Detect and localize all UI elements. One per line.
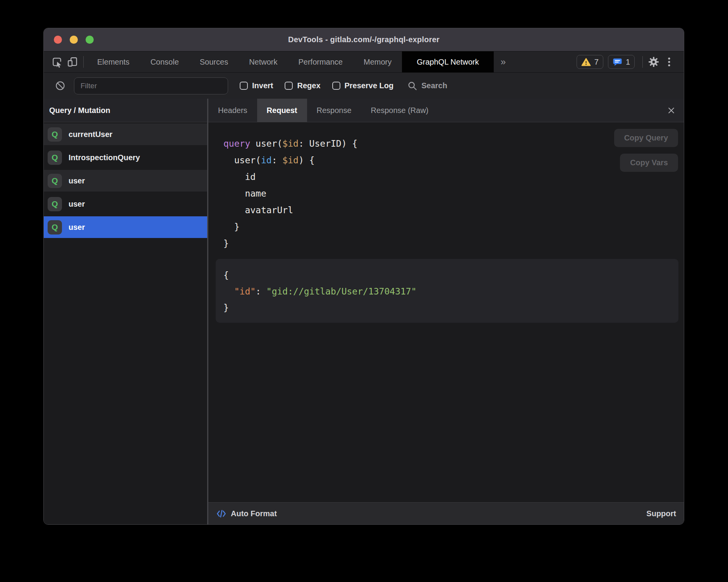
clear-icon[interactable] (52, 78, 68, 94)
code-line: } (223, 300, 678, 316)
preserve-log-label: Preserve Log (345, 81, 394, 90)
list-item-label: currentUser (69, 130, 112, 139)
detail-panel: Headers Request Response Response (Raw) … (208, 99, 684, 524)
request-content: query user($id: UserID) { user(id: $id) … (208, 122, 684, 502)
preserve-log-checkbox-group: Preserve Log (332, 81, 394, 90)
code-line: } (223, 235, 357, 252)
query-list: Q currentUser Q IntrospectionQuery Q use… (44, 122, 207, 238)
regex-label: Regex (297, 81, 320, 90)
tab-performance[interactable]: Performance (288, 51, 354, 72)
inspect-element-icon[interactable] (49, 54, 65, 70)
copy-query-button[interactable]: Copy Query (614, 129, 678, 147)
message-icon (613, 57, 622, 67)
warning-count: 7 (594, 58, 599, 67)
tab-memory[interactable]: Memory (353, 51, 402, 72)
auto-format-button[interactable]: Auto Format (216, 508, 277, 519)
tab-graphql-network[interactable]: GraphQL Network (402, 51, 493, 72)
query-type-badge: Q (48, 127, 62, 142)
list-item-introspectionquery[interactable]: Q IntrospectionQuery (44, 147, 207, 168)
code-line: { (223, 267, 678, 283)
panel-footer: Auto Format Support (208, 502, 684, 524)
settings-gear-icon[interactable] (646, 54, 661, 70)
issues-badge[interactable]: 1 (608, 55, 635, 69)
filter-input[interactable] (74, 77, 228, 94)
query-type-badge: Q (48, 197, 62, 211)
title-bar: DevTools - gitlab.com/-/graphql-explorer (44, 28, 684, 51)
list-item-label: IntrospectionQuery (69, 153, 140, 162)
copy-vars-button[interactable]: Copy Vars (620, 154, 678, 172)
tab-response[interactable]: Response (307, 99, 361, 122)
tab-sources[interactable]: Sources (189, 51, 239, 72)
window-title: DevTools - gitlab.com/-/graphql-explorer (288, 35, 440, 44)
maximize-window-button[interactable] (86, 36, 94, 44)
auto-format-label: Auto Format (231, 509, 277, 518)
code-line: query user($id: UserID) { (223, 135, 357, 152)
tab-console[interactable]: Console (140, 51, 189, 72)
preserve-log-checkbox[interactable] (332, 82, 340, 90)
search-icon (407, 81, 417, 91)
graphql-query-code: query user($id: UserID) { user(id: $id) … (223, 135, 357, 252)
query-list-sidebar: Query / Mutation Q currentUser Q Introsp… (44, 99, 207, 524)
query-variables-box: { "id": "gid://gitlab/User/13704317"} (216, 259, 678, 323)
support-link[interactable]: Support (646, 509, 676, 518)
close-window-button[interactable] (54, 36, 62, 44)
detail-tabs: Headers Request Response Response (Raw) (208, 99, 684, 122)
tab-headers[interactable]: Headers (208, 99, 257, 122)
warning-icon (581, 57, 591, 67)
warnings-badge[interactable]: 7 (577, 55, 603, 69)
list-item-user-1[interactable]: Q user (44, 170, 207, 192)
invert-label: Invert (252, 81, 273, 90)
tab-response-raw[interactable]: Response (Raw) (361, 99, 438, 122)
filter-bar: Invert Regex Preserve Log Search (44, 72, 684, 99)
query-type-badge: Q (48, 220, 62, 235)
devtools-window: DevTools - gitlab.com/-/graphql-explorer… (43, 28, 684, 525)
tab-elements[interactable]: Elements (87, 51, 140, 72)
regex-checkbox[interactable] (285, 82, 293, 90)
close-icon (666, 106, 676, 115)
regex-checkbox-group: Regex (285, 81, 320, 90)
search-label: Search (421, 81, 447, 90)
list-item-user-2[interactable]: Q user (44, 193, 207, 215)
toolbar-divider (83, 56, 84, 68)
query-type-badge: Q (48, 174, 62, 188)
more-tabs-chevron-icon[interactable]: » (494, 56, 513, 67)
code-line: } (223, 219, 357, 235)
search-toggle[interactable]: Search (407, 81, 447, 91)
toolbar-divider (642, 56, 643, 68)
invert-checkbox-group: Invert (240, 81, 273, 90)
code-line: avatarUrl (223, 202, 357, 219)
issue-count: 1 (626, 58, 630, 67)
query-type-badge: Q (48, 151, 62, 165)
code-format-icon (216, 508, 227, 519)
tab-request[interactable]: Request (257, 99, 307, 122)
minimize-window-button[interactable] (70, 36, 78, 44)
code-line: name (223, 185, 357, 202)
traffic-lights (54, 28, 94, 51)
invert-checkbox[interactable] (240, 82, 248, 90)
code-line: "id": "gid://gitlab/User/13704317" (223, 283, 678, 300)
list-item-label: user (69, 223, 85, 232)
close-panel-button[interactable] (666, 106, 676, 115)
list-item-currentuser[interactable]: Q currentUser (44, 123, 207, 145)
list-item-user-3-selected[interactable]: Q user (44, 216, 207, 238)
tab-network[interactable]: Network (239, 51, 288, 72)
list-item-label: user (69, 200, 85, 209)
kebab-menu-icon[interactable] (661, 54, 677, 70)
code-line: id (223, 169, 357, 185)
devtools-tab-bar: Elements Console Sources Network Perform… (44, 51, 684, 72)
sidebar-header: Query / Mutation (44, 99, 207, 122)
code-line: user(id: $id) { (223, 152, 357, 169)
list-item-label: user (69, 176, 85, 185)
device-toolbar-icon[interactable] (65, 54, 80, 70)
main-area: Query / Mutation Q currentUser Q Introsp… (44, 99, 684, 524)
